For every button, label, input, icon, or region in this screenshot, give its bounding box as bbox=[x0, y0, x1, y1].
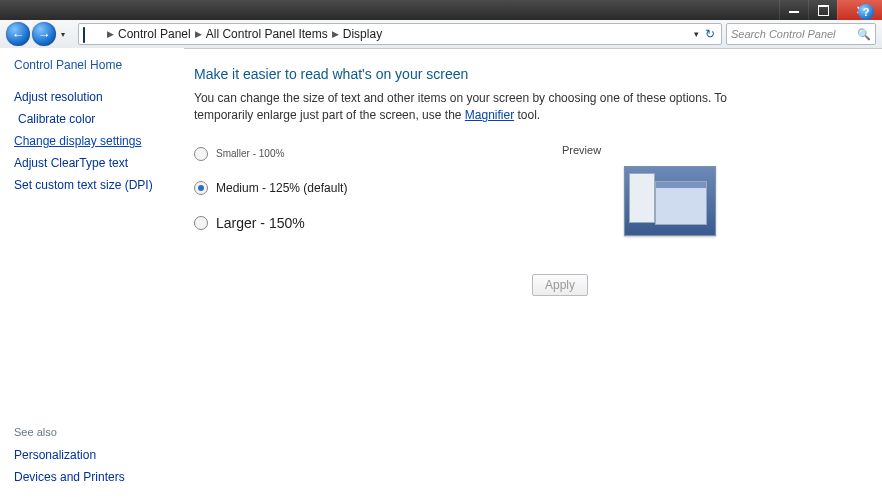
breadcrumb-item[interactable]: Control Panel bbox=[118, 27, 191, 41]
window-maximize-button[interactable] bbox=[808, 0, 837, 20]
option-larger[interactable]: Larger - 150% bbox=[194, 215, 858, 231]
see-also-header: See also bbox=[14, 426, 176, 438]
refresh-icon[interactable]: ↻ bbox=[705, 27, 715, 41]
preview-image bbox=[624, 166, 716, 236]
main-panel: Make it easier to read what's on your sc… bbox=[184, 48, 882, 500]
search-icon: 🔍 bbox=[857, 28, 871, 41]
see-also-personalization[interactable]: Personalization bbox=[14, 448, 176, 462]
nav-history-dropdown[interactable]: ▾ bbox=[58, 30, 68, 39]
preview-label: Preview bbox=[562, 144, 601, 156]
radio-icon bbox=[194, 147, 208, 161]
see-also-section: See also Personalization Devices and Pri… bbox=[14, 426, 176, 492]
search-input[interactable]: Search Control Panel 🔍 bbox=[726, 23, 876, 45]
sidebar-home[interactable]: Control Panel Home bbox=[14, 58, 176, 72]
sidebar-change-display-settings[interactable]: Change display settings bbox=[14, 134, 176, 148]
help-icon[interactable]: ? bbox=[858, 4, 874, 20]
address-dropdown-icon[interactable]: ▾ bbox=[694, 29, 699, 39]
see-also-devices-printers[interactable]: Devices and Printers bbox=[14, 470, 176, 484]
radio-icon bbox=[194, 216, 208, 230]
option-smaller[interactable]: Smaller - 100% bbox=[194, 147, 858, 161]
magnifier-link[interactable]: Magnifier bbox=[465, 108, 514, 122]
sidebar: Control Panel Home Adjust resolution Cal… bbox=[0, 48, 184, 500]
option-medium[interactable]: Medium - 125% (default) bbox=[194, 181, 858, 195]
page-description: You can change the size of text and othe… bbox=[194, 90, 774, 125]
display-icon bbox=[83, 28, 97, 40]
breadcrumb[interactable]: ▶ Control Panel ▶ All Control Panel Item… bbox=[78, 23, 722, 45]
nav-forward-button[interactable]: → bbox=[32, 22, 56, 46]
chevron-right-icon: ▶ bbox=[332, 29, 339, 39]
window-titlebar bbox=[0, 0, 882, 20]
sidebar-calibrate-color[interactable]: Calibrate color bbox=[14, 112, 176, 126]
sidebar-custom-dpi[interactable]: Set custom text size (DPI) bbox=[14, 178, 176, 192]
address-bar: ← → ▾ ▶ Control Panel ▶ All Control Pane… bbox=[0, 20, 882, 49]
breadcrumb-item[interactable]: Display bbox=[343, 27, 382, 41]
radio-icon bbox=[194, 181, 208, 195]
window-minimize-button[interactable] bbox=[779, 0, 808, 20]
sidebar-adjust-resolution[interactable]: Adjust resolution bbox=[14, 90, 176, 104]
nav-back-button[interactable]: ← bbox=[6, 22, 30, 46]
page-title: Make it easier to read what's on your sc… bbox=[194, 66, 858, 82]
chevron-right-icon: ▶ bbox=[107, 29, 114, 39]
sidebar-adjust-cleartype[interactable]: Adjust ClearType text bbox=[14, 156, 176, 170]
breadcrumb-item[interactable]: All Control Panel Items bbox=[206, 27, 328, 41]
apply-button[interactable]: Apply bbox=[532, 274, 588, 296]
chevron-right-icon: ▶ bbox=[195, 29, 202, 39]
search-placeholder: Search Control Panel bbox=[731, 28, 857, 40]
